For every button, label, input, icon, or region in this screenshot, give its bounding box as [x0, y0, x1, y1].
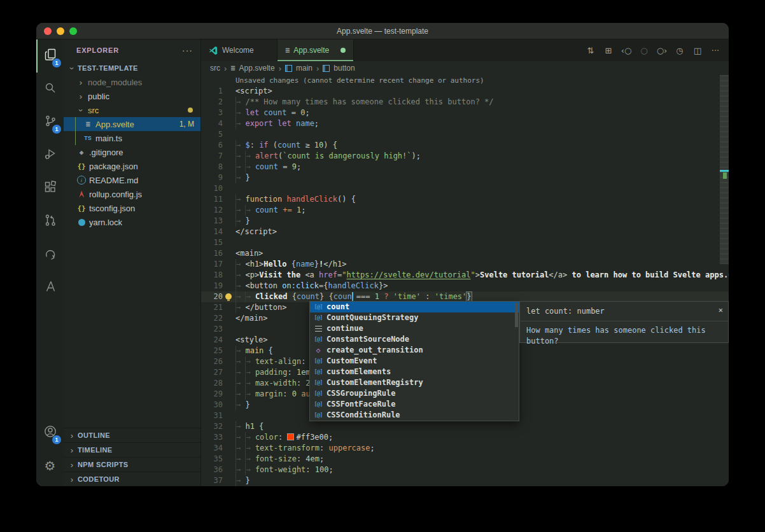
project-root-row[interactable]: › TEST-TEMPLATE — [64, 61, 200, 75]
code-line[interactable]: 9→} — [201, 172, 729, 183]
code-line[interactable]: 36→→font-weight: 100; — [201, 465, 729, 475]
tree-item-yarn-lock[interactable]: yarn.lock — [64, 215, 200, 229]
activity-item-extensions[interactable] — [36, 172, 64, 205]
activity-item-source-control[interactable]: 1 — [36, 106, 64, 139]
code-line[interactable]: 11→function handleClick() { — [201, 194, 729, 205]
change-indicator-icon[interactable]: ○ — [636, 46, 652, 55]
token: } — [314, 260, 319, 269]
tree-item-node-modules[interactable]: ›node_modules — [64, 75, 200, 89]
code-line[interactable]: 18→<p>Visit the <a href="https://svelte.… — [201, 270, 729, 281]
close-icon[interactable]: ✕ — [719, 305, 723, 316]
token: → — [235, 259, 245, 270]
code-line[interactable]: 8→→count = 9; — [201, 162, 729, 172]
minimap[interactable] — [720, 75, 729, 264]
breadcrumb-item[interactable]: App.svelte — [239, 64, 275, 73]
code-line[interactable]: 34→→text-transform: uppercase; — [201, 443, 729, 454]
suggest-item-label: create_out_transition — [326, 345, 423, 356]
token: main — [245, 346, 263, 355]
code-line[interactable]: 14</script> — [201, 227, 729, 237]
activity-item-account[interactable]: 1 — [36, 416, 64, 449]
suggest-item-customelementregistry[interactable]: [@]CustomElementRegistry — [310, 377, 519, 388]
code-line[interactable]: 15 — [201, 237, 729, 248]
suggest-item-customevent[interactable]: [@]CustomEvent — [310, 356, 519, 367]
lightbulb-icon[interactable] — [225, 293, 232, 300]
breadcrumb-item[interactable]: button — [333, 64, 354, 73]
sidebar-section-codetour[interactable]: ›CODETOUR — [64, 472, 200, 486]
suggest-item-continue[interactable]: continue — [310, 323, 519, 334]
sidebar-section-outline[interactable]: ›OUTLINE — [64, 428, 200, 442]
suggest-item-cssfontfacerule[interactable]: [@]CSSFontFaceRule — [310, 399, 519, 410]
tree-item-package-json[interactable]: {}package.json — [64, 159, 200, 173]
code-line[interactable]: 12→→count += 1; — [201, 205, 729, 216]
tree-item-app-svelte[interactable]: ≡App.svelte1, M — [64, 117, 200, 131]
tab-app-svelte[interactable]: ≡ App.svelte — [277, 39, 354, 61]
suggest-item-count[interactable]: [@]count — [310, 302, 519, 312]
activity-item-search[interactable] — [36, 73, 64, 106]
token: function — [245, 195, 282, 204]
sidebar-section-npm-scripts[interactable]: ›NPM SCRIPTS — [64, 457, 200, 472]
suggest-item-label: CSSFontFaceRule — [326, 399, 395, 410]
code-line[interactable]: 33→→color: #ff3e00; — [201, 432, 729, 443]
more-actions-icon[interactable]: ··· — [707, 46, 724, 55]
code-line[interactable]: 19→<button on:click={handleClick}> — [201, 281, 729, 291]
activity-item-azure[interactable] — [36, 271, 64, 304]
tree-item-public[interactable]: ›public — [64, 89, 200, 103]
previous-change-icon[interactable]: ‹○ — [618, 46, 635, 55]
suggest-item-cssconditionrule[interactable]: [@]CSSConditionRule — [310, 410, 519, 421]
breadcrumb-item[interactable]: src — [210, 64, 220, 73]
code-line[interactable]: 35→→font-size: 4em; — [201, 454, 729, 465]
code-line[interactable]: 7→→alert(`count is dangerously high!`); — [201, 151, 729, 162]
code-line[interactable]: 3→let count = 0; — [201, 108, 729, 118]
tab-welcome[interactable]: Welcome — [201, 39, 277, 61]
tree-item-label: App.svelte — [95, 120, 134, 129]
suggest-item-countqueuingstrategy[interactable]: [@]CountQueuingStrategy — [310, 312, 519, 323]
tree-item-rollup-config-js[interactable]: rollup.config.js — [64, 187, 200, 201]
tree-item-readme-md[interactable]: iREADME.md — [64, 173, 200, 187]
code-line[interactable]: 1<script> — [201, 86, 729, 97]
suggest-item-cssgroupingrule[interactable]: [@]CSSGroupingRule — [310, 388, 519, 399]
tree-item-main-ts[interactable]: TSmain.ts — [64, 131, 200, 145]
next-change-icon[interactable]: ○› — [654, 46, 670, 55]
json-icon: {} — [76, 204, 87, 213]
sidebar-more-actions-icon[interactable]: ··· — [182, 45, 193, 55]
code-line[interactable]: 13→} — [201, 216, 729, 227]
activity-item-run-debug[interactable] — [36, 139, 64, 172]
activity-item-github-pull-requests[interactable] — [36, 205, 64, 238]
code-editor[interactable]: Unsaved changes (cannot determine recent… — [201, 75, 729, 486]
code-line[interactable]: 4→export let name; — [201, 118, 729, 129]
code-line[interactable]: 32→h1 { — [201, 421, 729, 432]
token: → — [235, 346, 245, 356]
tree-item--gitignore[interactable]: ◆.gitignore — [64, 145, 200, 159]
suggest-item-constantsourcenode[interactable]: [@]ConstantSourceNode — [310, 334, 519, 345]
breadcrumb[interactable]: src›≡App.svelte›main›button — [201, 61, 729, 75]
tree-item-src[interactable]: ›src — [64, 103, 200, 117]
breadcrumb-item[interactable]: main — [296, 64, 312, 73]
line-content: →</button> — [223, 302, 286, 313]
code-line[interactable]: 37→} — [201, 475, 729, 486]
open-changes-icon[interactable]: ⊞ — [600, 46, 617, 55]
gitlens-compare-icon[interactable]: ⇅ — [582, 46, 599, 55]
code-line[interactable]: 5 — [201, 129, 729, 140]
activity-item-settings[interactable]: ⚙ — [36, 449, 64, 482]
activity-item-explorer[interactable]: 1 — [36, 39, 64, 73]
editor-group: Welcome ≡ App.svelte ⇅⊞‹○○○›◷◫··· src›≡A… — [201, 39, 729, 486]
code-line[interactable]: 17→<h1>Hello {name}!</h1> — [201, 259, 729, 270]
sidebar-section-timeline[interactable]: ›TIMELINE — [64, 442, 200, 457]
token: alert — [255, 151, 278, 160]
code-line[interactable]: 2→/** How many times has someone clicked… — [201, 97, 729, 108]
line-content: →→count += 1; — [223, 205, 305, 216]
tree-item-tsconfig-json[interactable]: {}tsconfig.json — [64, 201, 200, 215]
code-line[interactable]: 10 — [201, 183, 729, 194]
suggest-item-create_out_transition[interactable]: ◇create_out_transition — [310, 345, 519, 356]
code-line[interactable]: 16<main> — [201, 248, 729, 259]
suggest-scrollbar[interactable] — [515, 303, 518, 327]
token: → — [245, 389, 255, 400]
split-editor-icon[interactable]: ◫ — [689, 46, 706, 55]
suggest-item-customelements[interactable]: [@]customElements — [310, 367, 519, 377]
code-line[interactable]: 6→$: if (count ≥ 10) { — [201, 140, 729, 151]
token: () { — [337, 195, 356, 204]
activity-item-live-share[interactable] — [36, 238, 64, 271]
yarn-icon — [76, 219, 87, 226]
file-heatmap-icon[interactable]: ◷ — [671, 46, 688, 55]
line-content: <style> — [223, 335, 268, 346]
